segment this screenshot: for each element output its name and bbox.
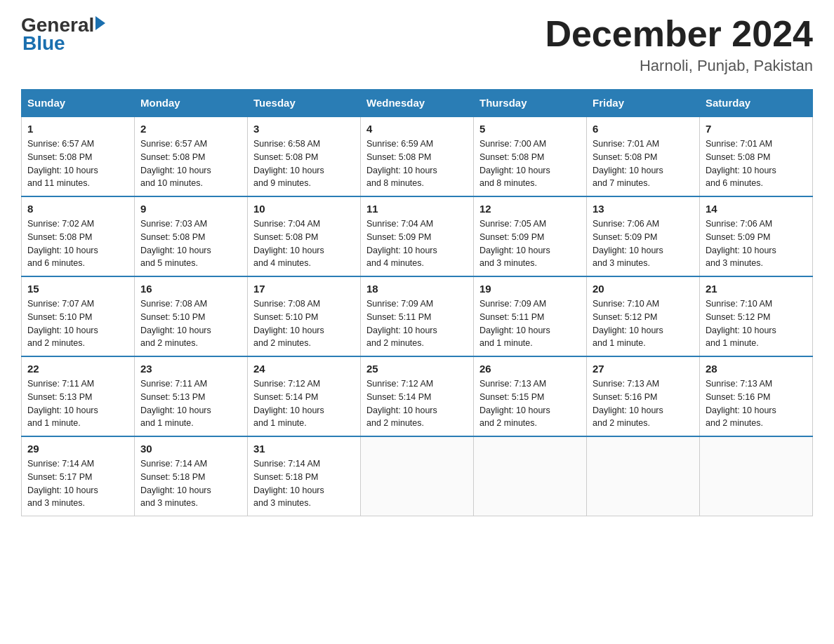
day-info: Sunrise: 7:10 AM Sunset: 5:12 PM Dayligh… bbox=[593, 297, 694, 350]
day-number: 2 bbox=[140, 123, 241, 135]
day-number: 11 bbox=[366, 203, 468, 215]
day-info: Sunrise: 7:13 AM Sunset: 5:15 PM Dayligh… bbox=[479, 377, 581, 430]
day-cell: 29 Sunrise: 7:14 AM Sunset: 5:17 PM Dayl… bbox=[22, 436, 135, 516]
day-cell bbox=[474, 436, 587, 516]
day-info: Sunrise: 7:14 AM Sunset: 5:17 PM Dayligh… bbox=[27, 457, 128, 510]
day-info: Sunrise: 7:13 AM Sunset: 5:16 PM Dayligh… bbox=[593, 377, 694, 430]
day-info: Sunrise: 7:01 AM Sunset: 5:08 PM Dayligh… bbox=[706, 137, 807, 190]
day-info: Sunrise: 7:06 AM Sunset: 5:09 PM Dayligh… bbox=[593, 217, 694, 270]
logo: General Blue bbox=[21, 14, 105, 55]
day-info: Sunrise: 7:08 AM Sunset: 5:10 PM Dayligh… bbox=[253, 297, 355, 350]
day-number: 13 bbox=[593, 203, 694, 215]
day-cell: 1 Sunrise: 6:57 AM Sunset: 5:08 PM Dayli… bbox=[22, 116, 135, 196]
calendar-subtitle: Harnoli, Punjab, Pakistan bbox=[545, 57, 813, 75]
header-cell-wednesday: Wednesday bbox=[361, 90, 474, 117]
page-header: General Blue December 2024 Harnoli, Punj… bbox=[21, 14, 813, 75]
day-info: Sunrise: 7:11 AM Sunset: 5:13 PM Dayligh… bbox=[140, 377, 241, 430]
logo-arrow-icon bbox=[95, 16, 105, 30]
day-cell: 16 Sunrise: 7:08 AM Sunset: 5:10 PM Dayl… bbox=[135, 276, 248, 356]
day-cell: 6 Sunrise: 7:01 AM Sunset: 5:08 PM Dayli… bbox=[587, 116, 700, 196]
day-info: Sunrise: 6:59 AM Sunset: 5:08 PM Dayligh… bbox=[366, 137, 468, 190]
day-cell: 24 Sunrise: 7:12 AM Sunset: 5:14 PM Dayl… bbox=[248, 356, 361, 436]
day-info: Sunrise: 7:04 AM Sunset: 5:09 PM Dayligh… bbox=[366, 217, 468, 270]
day-number: 8 bbox=[27, 203, 128, 215]
header-cell-sunday: Sunday bbox=[22, 90, 135, 117]
day-info: Sunrise: 7:13 AM Sunset: 5:16 PM Dayligh… bbox=[706, 377, 807, 430]
day-cell: 30 Sunrise: 7:14 AM Sunset: 5:18 PM Dayl… bbox=[135, 436, 248, 516]
day-cell: 31 Sunrise: 7:14 AM Sunset: 5:18 PM Dayl… bbox=[248, 436, 361, 516]
day-number: 12 bbox=[479, 203, 581, 215]
day-cell: 25 Sunrise: 7:12 AM Sunset: 5:14 PM Dayl… bbox=[361, 356, 474, 436]
day-info: Sunrise: 7:00 AM Sunset: 5:08 PM Dayligh… bbox=[479, 137, 581, 190]
week-row-4: 22 Sunrise: 7:11 AM Sunset: 5:13 PM Dayl… bbox=[22, 356, 813, 436]
day-info: Sunrise: 7:04 AM Sunset: 5:08 PM Dayligh… bbox=[253, 217, 355, 270]
day-number: 4 bbox=[366, 123, 468, 135]
header-cell-saturday: Saturday bbox=[700, 90, 813, 117]
week-row-2: 8 Sunrise: 7:02 AM Sunset: 5:08 PM Dayli… bbox=[22, 196, 813, 276]
day-info: Sunrise: 7:14 AM Sunset: 5:18 PM Dayligh… bbox=[253, 457, 355, 510]
day-number: 14 bbox=[706, 203, 807, 215]
day-cell: 12 Sunrise: 7:05 AM Sunset: 5:09 PM Dayl… bbox=[474, 196, 587, 276]
day-info: Sunrise: 6:57 AM Sunset: 5:08 PM Dayligh… bbox=[140, 137, 241, 190]
calendar-table: SundayMondayTuesdayWednesdayThursdayFrid… bbox=[21, 89, 813, 516]
day-number: 27 bbox=[593, 363, 694, 375]
logo-blue-text: Blue bbox=[21, 32, 65, 55]
day-cell: 8 Sunrise: 7:02 AM Sunset: 5:08 PM Dayli… bbox=[22, 196, 135, 276]
day-cell: 19 Sunrise: 7:09 AM Sunset: 5:11 PM Dayl… bbox=[474, 276, 587, 356]
day-cell bbox=[700, 436, 813, 516]
day-cell: 7 Sunrise: 7:01 AM Sunset: 5:08 PM Dayli… bbox=[700, 116, 813, 196]
day-cell: 26 Sunrise: 7:13 AM Sunset: 5:15 PM Dayl… bbox=[474, 356, 587, 436]
day-cell bbox=[361, 436, 474, 516]
calendar-body: 1 Sunrise: 6:57 AM Sunset: 5:08 PM Dayli… bbox=[22, 116, 813, 516]
day-cell: 20 Sunrise: 7:10 AM Sunset: 5:12 PM Dayl… bbox=[587, 276, 700, 356]
day-info: Sunrise: 7:06 AM Sunset: 5:09 PM Dayligh… bbox=[706, 217, 807, 270]
day-info: Sunrise: 7:08 AM Sunset: 5:10 PM Dayligh… bbox=[140, 297, 241, 350]
day-info: Sunrise: 7:12 AM Sunset: 5:14 PM Dayligh… bbox=[253, 377, 355, 430]
day-info: Sunrise: 7:11 AM Sunset: 5:13 PM Dayligh… bbox=[27, 377, 128, 430]
week-row-5: 29 Sunrise: 7:14 AM Sunset: 5:17 PM Dayl… bbox=[22, 436, 813, 516]
day-number: 6 bbox=[593, 123, 694, 135]
day-info: Sunrise: 6:57 AM Sunset: 5:08 PM Dayligh… bbox=[27, 137, 128, 190]
day-cell: 14 Sunrise: 7:06 AM Sunset: 5:09 PM Dayl… bbox=[700, 196, 813, 276]
day-number: 3 bbox=[253, 123, 355, 135]
day-cell: 15 Sunrise: 7:07 AM Sunset: 5:10 PM Dayl… bbox=[22, 276, 135, 356]
day-number: 23 bbox=[140, 363, 241, 375]
calendar-header: SundayMondayTuesdayWednesdayThursdayFrid… bbox=[22, 90, 813, 117]
day-number: 5 bbox=[479, 123, 581, 135]
day-cell: 28 Sunrise: 7:13 AM Sunset: 5:16 PM Dayl… bbox=[700, 356, 813, 436]
day-info: Sunrise: 7:12 AM Sunset: 5:14 PM Dayligh… bbox=[366, 377, 468, 430]
day-cell: 5 Sunrise: 7:00 AM Sunset: 5:08 PM Dayli… bbox=[474, 116, 587, 196]
day-cell: 9 Sunrise: 7:03 AM Sunset: 5:08 PM Dayli… bbox=[135, 196, 248, 276]
header-cell-tuesday: Tuesday bbox=[248, 90, 361, 117]
day-cell: 10 Sunrise: 7:04 AM Sunset: 5:08 PM Dayl… bbox=[248, 196, 361, 276]
header-cell-friday: Friday bbox=[587, 90, 700, 117]
day-info: Sunrise: 7:01 AM Sunset: 5:08 PM Dayligh… bbox=[593, 137, 694, 190]
day-cell: 13 Sunrise: 7:06 AM Sunset: 5:09 PM Dayl… bbox=[587, 196, 700, 276]
day-info: Sunrise: 7:07 AM Sunset: 5:10 PM Dayligh… bbox=[27, 297, 128, 350]
day-number: 15 bbox=[27, 283, 128, 295]
header-cell-monday: Monday bbox=[135, 90, 248, 117]
header-cell-thursday: Thursday bbox=[474, 90, 587, 117]
day-info: Sunrise: 6:58 AM Sunset: 5:08 PM Dayligh… bbox=[253, 137, 355, 190]
day-number: 9 bbox=[140, 203, 241, 215]
day-number: 25 bbox=[366, 363, 468, 375]
day-cell: 22 Sunrise: 7:11 AM Sunset: 5:13 PM Dayl… bbox=[22, 356, 135, 436]
day-cell: 11 Sunrise: 7:04 AM Sunset: 5:09 PM Dayl… bbox=[361, 196, 474, 276]
day-cell: 17 Sunrise: 7:08 AM Sunset: 5:10 PM Dayl… bbox=[248, 276, 361, 356]
day-number: 21 bbox=[706, 283, 807, 295]
day-number: 28 bbox=[706, 363, 807, 375]
day-number: 30 bbox=[140, 443, 241, 455]
day-number: 7 bbox=[706, 123, 807, 135]
day-cell: 4 Sunrise: 6:59 AM Sunset: 5:08 PM Dayli… bbox=[361, 116, 474, 196]
day-info: Sunrise: 7:10 AM Sunset: 5:12 PM Dayligh… bbox=[706, 297, 807, 350]
day-number: 1 bbox=[27, 123, 128, 135]
day-number: 10 bbox=[253, 203, 355, 215]
header-row: SundayMondayTuesdayWednesdayThursdayFrid… bbox=[22, 90, 813, 117]
day-number: 31 bbox=[253, 443, 355, 455]
day-cell: 18 Sunrise: 7:09 AM Sunset: 5:11 PM Dayl… bbox=[361, 276, 474, 356]
day-info: Sunrise: 7:09 AM Sunset: 5:11 PM Dayligh… bbox=[366, 297, 468, 350]
week-row-3: 15 Sunrise: 7:07 AM Sunset: 5:10 PM Dayl… bbox=[22, 276, 813, 356]
day-number: 18 bbox=[366, 283, 468, 295]
day-number: 17 bbox=[253, 283, 355, 295]
day-number: 19 bbox=[479, 283, 581, 295]
